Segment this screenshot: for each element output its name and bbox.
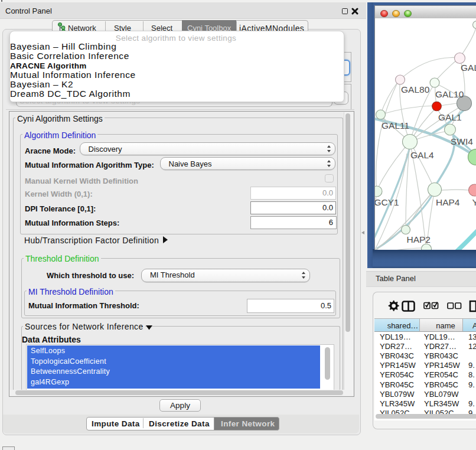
svg-text:Y: Y [472,197,476,207]
svg-text:HAP4: HAP4 [436,197,460,207]
svg-text:GAL8: GAL8 [461,63,476,73]
svg-text:GAL1: GAL1 [438,112,462,122]
svg-text:GAL10: GAL10 [435,89,464,99]
svg-text:SWI4: SWI4 [451,136,473,146]
svg-text:GAL80: GAL80 [401,84,430,94]
svg-text:GAL4: GAL4 [410,150,434,160]
svg-text:HAP2: HAP2 [407,234,431,244]
svg-text:GCY1: GCY1 [374,197,399,207]
svg-text:GAL11: GAL11 [382,120,409,131]
